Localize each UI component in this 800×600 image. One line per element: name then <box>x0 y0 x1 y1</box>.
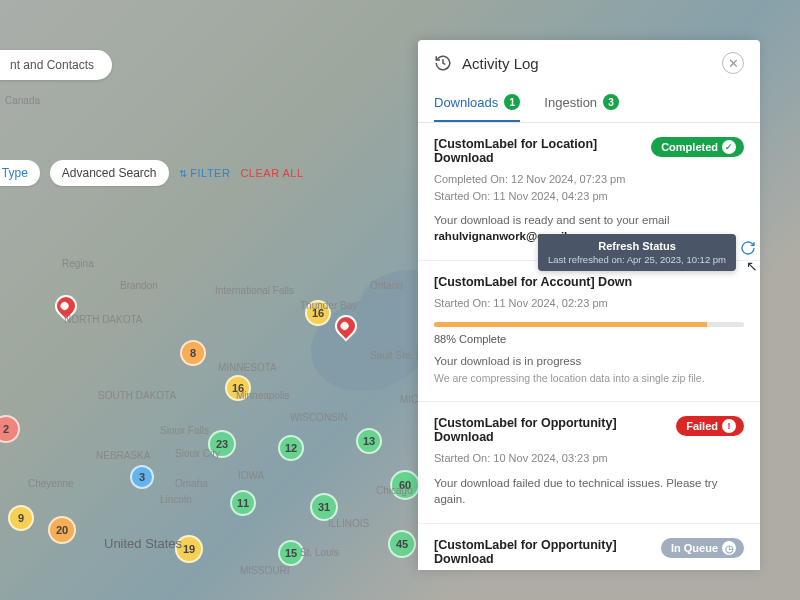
map-label: Sault Ste. M <box>370 350 424 361</box>
tab-label: Downloads <box>434 95 498 110</box>
map-cluster[interactable]: 20 <box>48 516 76 544</box>
item-title: [CustomLabel for Account] Down <box>434 275 744 289</box>
activity-item: [CustomLabel for Opportunity] DownloadSt… <box>418 524 760 570</box>
map-label: Thunder Bay <box>300 300 357 311</box>
progress-bar <box>434 322 744 327</box>
map-label: Sioux Falls <box>160 425 209 436</box>
status-badge: Failed! <box>676 416 744 436</box>
map-cluster[interactable]: 45 <box>388 530 416 558</box>
map-cluster[interactable]: 3 <box>130 465 154 489</box>
item-title: [CustomLabel for Location] Download <box>434 137 643 165</box>
filter-link[interactable]: FILTER <box>179 167 231 179</box>
item-meta: Started On: 11 Nov 2024, 02:23 pm <box>434 295 744 312</box>
refresh-tooltip: Refresh Status Last refreshed on: Apr 25… <box>538 234 736 271</box>
tooltip-subtitle: Last refreshed on: Apr 25, 2023, 10:12 p… <box>548 254 726 265</box>
map-label: Omaha <box>175 478 208 489</box>
item-title: [CustomLabel for Opportunity] Download <box>434 538 653 566</box>
map-label: Sioux City <box>175 448 220 459</box>
activity-log-panel: Activity Log ✕ Downloads 1 Ingestion 3 [… <box>418 40 760 570</box>
tab-badge: 3 <box>603 94 619 110</box>
tab-ingestion[interactable]: Ingestion 3 <box>544 86 619 122</box>
close-button[interactable]: ✕ <box>722 52 744 74</box>
map-cluster[interactable]: 31 <box>310 493 338 521</box>
panel-tabs: Downloads 1 Ingestion 3 <box>418 86 760 123</box>
search-text: nt and Contacts <box>10 58 94 72</box>
tab-badge: 1 <box>504 94 520 110</box>
panel-title: Activity Log <box>462 55 712 72</box>
status-badge: Completed✓ <box>651 137 744 157</box>
item-body: Your download is in progressWe are compr… <box>434 353 744 386</box>
tab-label: Ingestion <box>544 95 597 110</box>
history-icon <box>434 54 452 72</box>
tab-downloads[interactable]: Downloads 1 <box>434 86 520 122</box>
map-label: Ontario <box>370 280 403 291</box>
map-label: Lincoln <box>160 494 192 505</box>
map-label: ILLINOIS <box>328 518 369 529</box>
map-label: SOUTH DAKOTA <box>98 390 176 401</box>
map-label: International Falls <box>215 285 294 296</box>
map-label: Cheyenne <box>28 478 74 489</box>
map-label: WISCONSIN <box>290 412 348 423</box>
map-cluster[interactable]: 12 <box>278 435 304 461</box>
activity-items: [CustomLabel for Location] DownloadCompl… <box>418 123 760 570</box>
type-chip[interactable]: n Type <box>0 160 40 186</box>
cursor-icon: ↖ <box>746 258 758 274</box>
map-label: MINNESOTA <box>218 362 277 373</box>
map-cluster[interactable]: 11 <box>230 490 256 516</box>
activity-item: [CustomLabel for Opportunity] DownloadSt… <box>418 402 760 524</box>
item-body: Your download failed due to technical is… <box>434 475 744 507</box>
map-label: NEBRASKA <box>96 450 150 461</box>
map-label: St. Louis <box>300 547 339 558</box>
tooltip-title: Refresh Status <box>548 240 726 252</box>
map-label: NORTH DAKOTA <box>64 314 143 325</box>
map-label: United States <box>104 536 182 551</box>
map-label: Minneapolis <box>236 390 289 401</box>
clear-all-link[interactable]: CLEAR ALL <box>240 167 303 179</box>
map-label: Brandon <box>120 280 158 291</box>
advanced-search-chip[interactable]: Advanced Search <box>50 160 169 186</box>
item-meta: Started On: 10 Nov 2024, 03:23 pm <box>434 450 668 467</box>
map-label: Regina <box>62 258 94 269</box>
map-cluster[interactable]: 13 <box>356 428 382 454</box>
panel-header: Activity Log ✕ <box>418 40 760 86</box>
status-badge: In Queue◷ <box>661 538 744 558</box>
map-label: Canada <box>5 95 40 106</box>
activity-item: [CustomLabel for Account] DownStarted On… <box>418 261 760 402</box>
map-cluster[interactable]: 9 <box>8 505 34 531</box>
map-label: IOWA <box>238 470 264 481</box>
item-meta: Completed On: 12 Nov 2024, 07:23 pmStart… <box>434 171 643 204</box>
item-title: [CustomLabel for Opportunity] Download <box>434 416 668 444</box>
map-label: Chicago <box>376 485 413 496</box>
map-label: MISSOURI <box>240 565 289 576</box>
refresh-icon[interactable] <box>740 240 756 256</box>
search-chip[interactable]: nt and Contacts <box>0 50 112 80</box>
map-toolbar: n Type Advanced Search FILTER CLEAR ALL <box>0 160 304 186</box>
map-cluster[interactable]: 8 <box>180 340 206 366</box>
